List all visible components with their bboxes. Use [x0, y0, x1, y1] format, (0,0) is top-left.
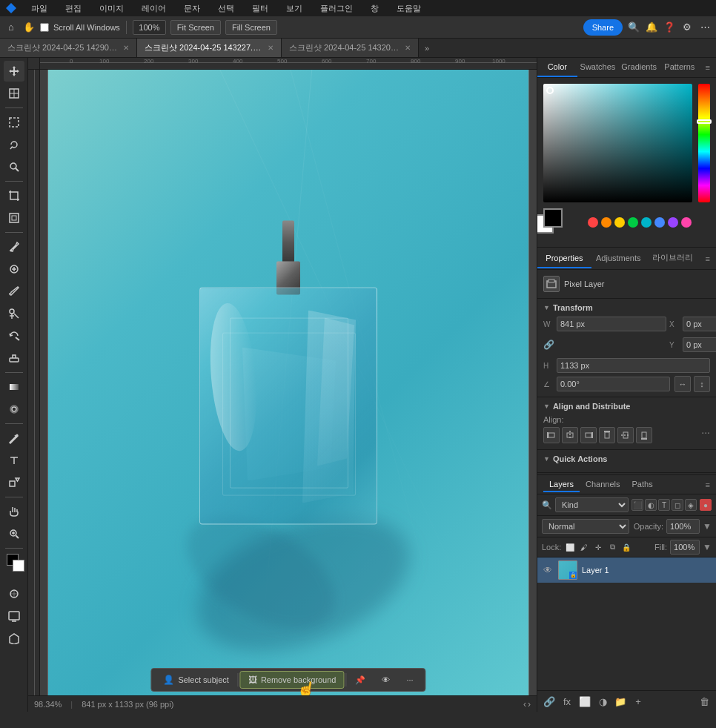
align-h-center[interactable]: [562, 427, 578, 443]
tab-swatches[interactable]: Swatches: [577, 58, 619, 77]
foreground-color-swatch2[interactable]: [543, 208, 563, 228]
color-swatch-orange[interactable]: [601, 217, 611, 228]
layers-group-button[interactable]: 📁: [613, 694, 628, 709]
tab-2[interactable]: 스크린샷 2024-04-25 143201.png ✕: [282, 39, 419, 58]
color-picker-dot[interactable]: [546, 87, 554, 94]
layers-tab-layers[interactable]: Layers: [543, 477, 580, 492]
zoom-tool[interactable]: [4, 523, 24, 544]
pen-tool[interactable]: [4, 428, 24, 449]
kind-smart-icon[interactable]: ◈: [685, 499, 697, 511]
layers-tab-channels[interactable]: Channels: [580, 477, 626, 492]
share-button[interactable]: Share: [583, 19, 623, 36]
help-icon[interactable]: ❓: [663, 21, 676, 34]
pin-button[interactable]: 📌: [348, 672, 373, 688]
clone-stamp-tool[interactable]: [4, 303, 24, 324]
layers-effects-button[interactable]: fx: [560, 694, 574, 709]
menu-help[interactable]: 도움말: [394, 1, 424, 16]
hue-indicator[interactable]: [697, 119, 712, 124]
screen-mode-btn[interactable]: [4, 606, 24, 626]
opacity-chevron[interactable]: ▼: [703, 521, 712, 532]
menu-file[interactable]: 파일: [28, 1, 50, 16]
eyedropper-tool[interactable]: [4, 236, 24, 257]
color-gradient[interactable]: [543, 84, 692, 202]
menu-layer[interactable]: 레이어: [139, 1, 169, 16]
align-more-button[interactable]: ···: [701, 427, 710, 443]
blur-tool[interactable]: [4, 399, 24, 420]
menu-filter[interactable]: 필터: [249, 1, 271, 16]
tab-patterns[interactable]: Patterns: [660, 58, 700, 77]
menu-text[interactable]: 문자: [181, 1, 203, 16]
lock-position[interactable]: ✛: [592, 541, 604, 553]
layers-tab-paths[interactable]: Paths: [626, 477, 659, 492]
layer-visibility-toggle[interactable]: 👁: [542, 564, 554, 576]
lasso-tool[interactable]: [4, 134, 24, 155]
eraser-tool[interactable]: [4, 348, 24, 368]
tab-2-close[interactable]: ✕: [405, 44, 411, 52]
tab-library[interactable]: 라이브러리: [646, 248, 700, 269]
menu-edit[interactable]: 편집: [62, 1, 84, 16]
align-v-center[interactable]: [617, 427, 634, 443]
color-swatch-red[interactable]: [588, 217, 598, 228]
brush-tool[interactable]: [4, 281, 24, 302]
crop-tool[interactable]: [4, 185, 24, 206]
align-header[interactable]: ▼ Align and Distribute: [543, 402, 710, 411]
canvas-image[interactable]: 👤 Select subject 🖼 Remove background 📌: [48, 70, 528, 695]
tab-0[interactable]: 스크린샷 2024-04-25 142904.png ✕: [0, 39, 137, 58]
kind-text-icon[interactable]: T: [658, 499, 670, 511]
eye-button[interactable]: 👁: [374, 672, 397, 687]
layers-adjustment-button[interactable]: ◑: [595, 694, 610, 709]
properties-panel-more[interactable]: ≡: [700, 254, 716, 263]
flip-h-button[interactable]: ↔: [674, 376, 691, 392]
canvas-wrapper[interactable]: 0 100 200 300 400 500 600 700 800 900 10…: [28, 58, 537, 695]
color-swatch-pink[interactable]: [681, 217, 692, 228]
remove-background-button[interactable]: 🖼 Remove background: [240, 671, 345, 689]
color-swatch-blue[interactable]: [654, 217, 665, 228]
spot-healing-tool[interactable]: [4, 259, 24, 279]
more-icon[interactable]: ⋯: [698, 21, 712, 34]
color-swatch-purple[interactable]: [668, 217, 678, 228]
lock-artboards[interactable]: ⧉: [606, 541, 618, 553]
kind-shape-icon[interactable]: ◻: [672, 499, 683, 511]
canvas-inner[interactable]: 👤 Select subject 🖼 Remove background 📌: [40, 70, 537, 695]
kind-filter-icon[interactable]: ●: [700, 499, 712, 511]
lock-all[interactable]: 🔒: [620, 541, 632, 553]
lock-image[interactable]: 🖌: [578, 541, 590, 553]
select-subject-button[interactable]: 👤 Select subject: [156, 672, 236, 688]
artboard-tool[interactable]: [4, 83, 24, 104]
scroll-all-label[interactable]: Scroll All Windows: [53, 23, 120, 32]
color-picker-area[interactable]: [543, 84, 710, 202]
transform-header[interactable]: ▼ Transform: [543, 303, 710, 312]
layers-kind-select[interactable]: Kind: [555, 497, 629, 512]
menu-window[interactable]: 창: [368, 1, 382, 16]
marquee-tool[interactable]: [4, 112, 24, 133]
fill-input[interactable]: [670, 540, 700, 555]
angle-input[interactable]: [557, 377, 670, 391]
tab-color[interactable]: Color: [537, 58, 577, 77]
frame-tool[interactable]: [4, 208, 24, 228]
quick-actions-header[interactable]: ▼ Quick Actions: [543, 454, 710, 463]
color-swatch-green[interactable]: [628, 217, 638, 228]
tab-adjustments[interactable]: Adjustments: [591, 249, 646, 268]
y-input[interactable]: [683, 337, 716, 352]
tab-0-close[interactable]: ✕: [123, 44, 129, 52]
tab-gradients[interactable]: Gradients: [618, 58, 660, 77]
hand-tool-icon[interactable]: ✋: [22, 21, 36, 34]
kind-pixel-icon[interactable]: ⬛: [632, 499, 643, 511]
lock-transparency[interactable]: ⬜: [564, 541, 576, 553]
x-input[interactable]: [683, 317, 716, 331]
extra-tools-btn[interactable]: [4, 628, 24, 649]
tab-1[interactable]: 스크린샷 2024-04-25 143227.png @ 98.3% (Laye…: [137, 39, 282, 58]
width-input[interactable]: [557, 317, 666, 331]
menu-select[interactable]: 선택: [215, 1, 237, 16]
gradient-tool[interactable]: [4, 377, 24, 397]
layers-new-button[interactable]: +: [631, 694, 646, 709]
tab-properties[interactable]: Properties: [537, 249, 591, 268]
flip-v-button[interactable]: ↕: [694, 376, 710, 392]
scroll-all-windows-checkbox[interactable]: [40, 23, 49, 32]
align-bottom-edge[interactable]: [636, 427, 652, 443]
fill-screen-button[interactable]: Fill Screen: [225, 20, 277, 35]
align-top-edge[interactable]: [599, 427, 615, 443]
settings-icon[interactable]: ⚙: [680, 21, 694, 34]
move-tool[interactable]: [4, 61, 24, 82]
opacity-input[interactable]: [666, 519, 700, 534]
